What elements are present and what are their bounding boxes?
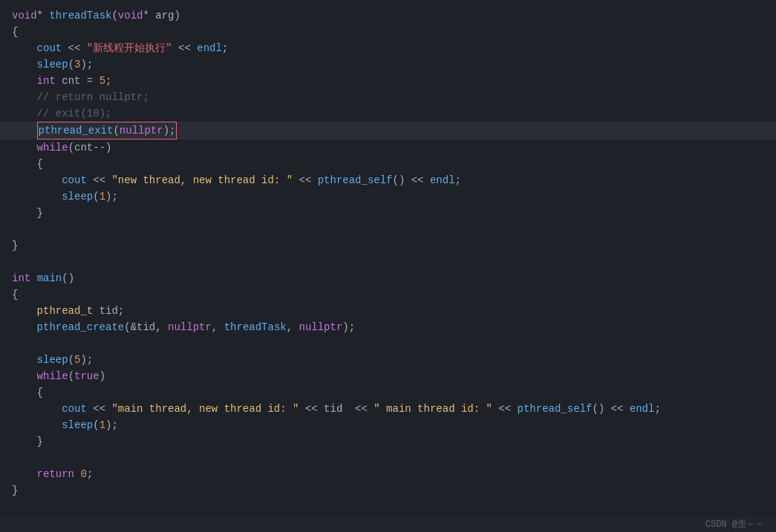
code-line-3: cout << "新线程开始执行" << endl; [0,40,776,56]
code-line-21 [0,335,776,352]
keyword-void: void [12,7,37,24]
footer-text: CSDN @歪～～ [705,518,764,531]
code-line-5: int cnt = 5; [0,73,776,89]
code-line-2: { [0,24,776,40]
code-line-11: cout << "new thread, new thread id: " <<… [0,172,776,188]
code-line-9: while(cnt--) [0,139,776,156]
code-line-19: pthread_t tid; [0,303,776,319]
code-line-16 [0,254,776,270]
code-line-18: { [0,286,776,303]
code-line-27: } [0,433,776,450]
code-line-10: { [0,156,776,172]
code-line-17: int main() [0,270,776,286]
code-line-15: } [0,237,776,254]
func-threadTask: threadTask [49,7,111,24]
code-line-20: pthread_create(&tid, nullptr, threadTask… [0,319,776,335]
code-editor: void* threadTask(void* arg) { cout << "新… [0,0,776,519]
code-line-6: // return nullptr; [0,89,776,105]
code-line-14 [0,221,776,237]
code-line-30: } [0,482,776,499]
code-line-13: } [0,205,776,221]
code-line-25: cout << "main thread, new thread id: " <… [0,401,776,417]
code-line-7: // exit(10); [0,105,776,122]
code-line-23: while(true) [0,368,776,384]
code-line-1: void* threadTask(void* arg) [0,7,776,24]
code-line-12: sleep(1); [0,188,776,205]
code-line-8: pthread_exit(nullptr); [0,122,776,139]
footer-bar: CSDN @歪～～ [0,516,776,532]
code-line-29: return 0; [0,466,776,482]
code-line-24: { [0,384,776,401]
code-line-22: sleep(5); [0,352,776,368]
code-line-28 [0,450,776,466]
code-line-4: sleep(3); [0,56,776,73]
code-line-26: sleep(1); [0,417,776,433]
